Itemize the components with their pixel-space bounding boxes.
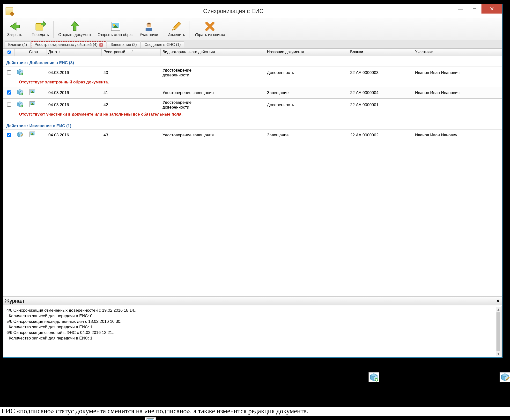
journal-header: Журнал × (3, 297, 502, 305)
cell-participants: Иванов Иван Иванович (413, 69, 502, 77)
row-checkbox[interactable] (7, 133, 11, 137)
journal-line: Количество записей для передачи в ЕИС: 0 (7, 313, 495, 319)
cell-regnum: 43 (102, 131, 161, 139)
tab-strip: Бланки (4) Реестр нотариальных действий … (3, 40, 502, 48)
cell-scan (27, 99, 46, 110)
open-scan-label: Открыть скан образ (98, 33, 134, 37)
edit-button[interactable]: Изменить (165, 19, 188, 39)
cell-type: Удостоверение завещания (161, 131, 265, 139)
cell-date: 04.03.2016 (46, 131, 102, 139)
header-regnum[interactable]: Реестровый ... (102, 49, 161, 56)
remove-button[interactable]: Убрать из списка (192, 19, 228, 39)
open-scan-button[interactable]: Открыть скан образ (95, 19, 136, 39)
scroll-down-icon[interactable]: ▾ (496, 351, 501, 356)
minimize-button[interactable]: — (453, 4, 467, 14)
cube-add-icon (16, 101, 23, 108)
journal-close-button[interactable]: × (495, 298, 501, 304)
header-icon (15, 49, 27, 56)
tab-fns[interactable]: Сведения в ФНС (1) (141, 41, 185, 48)
table-row[interactable]: 04.03.2016 42 Удостоверениедоверенности … (3, 98, 502, 111)
close-button[interactable]: Закрыть (5, 19, 25, 39)
close-label: Закрыть (7, 33, 22, 37)
tab-close-icon[interactable]: × (99, 43, 103, 47)
scroll-up-icon[interactable]: ▴ (496, 307, 501, 312)
cell-scan: — (27, 69, 46, 77)
edit-label: Изменить (168, 33, 185, 37)
cell-doc: Завещание (265, 131, 348, 139)
arrow-left-icon (9, 21, 21, 32)
scan-thumb-icon (29, 89, 36, 96)
table-row[interactable]: — 04.03.2016 40 Удостоверениедоверенност… (3, 66, 502, 79)
header-type[interactable]: Вид нотариального действия (161, 49, 265, 56)
cell-doc: Доверенность (265, 69, 348, 77)
header-date[interactable]: Дата (46, 49, 102, 56)
inline-cube-add-icon (368, 372, 379, 382)
inline-cube-edit-icon (500, 372, 510, 382)
cube-add-icon (16, 89, 23, 96)
cell-type: Удостоверениедоверенности (161, 67, 265, 79)
sync-window: Синхронизация с ЕИС — ▭ ✕ Закрыть Переда… (3, 4, 502, 358)
tab-blanks[interactable]: Бланки (4) (5, 41, 30, 48)
row-checkbox[interactable] (7, 103, 11, 107)
send-button[interactable]: Передать (29, 19, 52, 39)
app-icon (6, 7, 13, 15)
scan-thumb-icon (29, 101, 36, 108)
participants-button[interactable]: Участники (137, 19, 161, 39)
row-checkbox[interactable] (7, 70, 11, 75)
cell-blank: 22 АА 0000004 (348, 89, 413, 97)
participants-label: Участники (140, 33, 158, 37)
inline-scan-icon (145, 417, 156, 420)
tab-wills[interactable]: Завещания (2) (107, 41, 140, 48)
cube-edit-icon (16, 131, 23, 138)
open-document-label: Открыть документ (58, 33, 91, 37)
cell-blank: 22 АА 0000002 (348, 131, 413, 139)
toolbar: Закрыть Передать Открыть документ Открыт… (3, 18, 502, 40)
grid-header: Скан Дата Реестровый ... Вид нотариально… (3, 49, 502, 56)
table-row[interactable]: 04.03.2016 43 Удостоверение завещания За… (3, 129, 502, 141)
person-icon (143, 21, 155, 32)
table-row[interactable]: 04.03.2016 41 Удостоверение завещания За… (3, 87, 502, 98)
header-check-all[interactable] (3, 49, 15, 56)
journal-body: 4/6 Синхронизация отмененных доверенност… (4, 306, 502, 357)
cell-regnum: 42 (102, 101, 161, 109)
row-error: Отсутствует электронный образ документа. (3, 79, 502, 87)
journal-line: Количество записей для передачи в ЕИС: 1 (7, 336, 495, 341)
journal-line: 6/6 Синхронизация сведений в ФНС с 04.03… (7, 330, 495, 336)
journal-line: 5/6 Синхронизация наследственных дел с 1… (7, 319, 495, 324)
send-label: Передать (32, 33, 49, 37)
row-checkbox[interactable] (7, 90, 11, 95)
header-participants[interactable]: Участники (413, 49, 502, 56)
arrow-up-icon (69, 21, 81, 32)
cell-date: 04.03.2016 (46, 89, 102, 97)
body-paragraph: ЕИС «подписано» статус документа сменитс… (0, 407, 510, 416)
send-icon (34, 21, 46, 32)
header-scan[interactable]: Скан (27, 49, 46, 56)
header-doc[interactable]: Название документа (265, 49, 348, 56)
cell-blank: 22 АА 0000003 (348, 69, 413, 77)
cell-type: Удостоверение завещания (161, 89, 265, 97)
maximize-button[interactable]: ▭ (467, 4, 481, 14)
group-add: Действие : Добавление в ЕИС (3) (3, 56, 502, 66)
journal-panel: Журнал × 4/6 Синхронизация отмененных до… (3, 297, 502, 358)
cell-regnum: 41 (102, 89, 161, 97)
group-edit: Действие : Изменение в ЕИС (1) (3, 119, 502, 129)
cell-doc: Доверенность (265, 101, 348, 109)
tab-registry[interactable]: Реестр нотариальных действий (4)× (31, 41, 106, 48)
cell-regnum: 40 (102, 69, 161, 77)
cell-participants: Иванов Иван Ивнович (413, 131, 502, 139)
cell-doc: Завещание (265, 89, 348, 97)
cell-participants (413, 104, 502, 106)
grid-body: Действие : Добавление в ЕИС (3) — 04.03.… (3, 56, 502, 296)
pencil-icon (171, 21, 182, 32)
row-error: Отсутствуют участники в документе или не… (3, 111, 502, 119)
cell-participants: Иванов Иван Иванович (413, 89, 502, 97)
journal-title: Журнал (5, 298, 24, 304)
header-blanks[interactable]: Бланки (348, 49, 413, 56)
journal-scrollbar[interactable]: ▴ ▾ (496, 307, 501, 356)
cell-date: 04.03.2016 (46, 101, 102, 109)
journal-line: Количество записей для передачи в ЕИС: 1 (7, 324, 495, 330)
close-window-button[interactable]: ✕ (481, 4, 502, 14)
scroll-thumb[interactable] (496, 312, 500, 351)
cell-date: 04.03.2016 (46, 69, 102, 77)
open-document-button[interactable]: Открыть документ (56, 19, 94, 39)
